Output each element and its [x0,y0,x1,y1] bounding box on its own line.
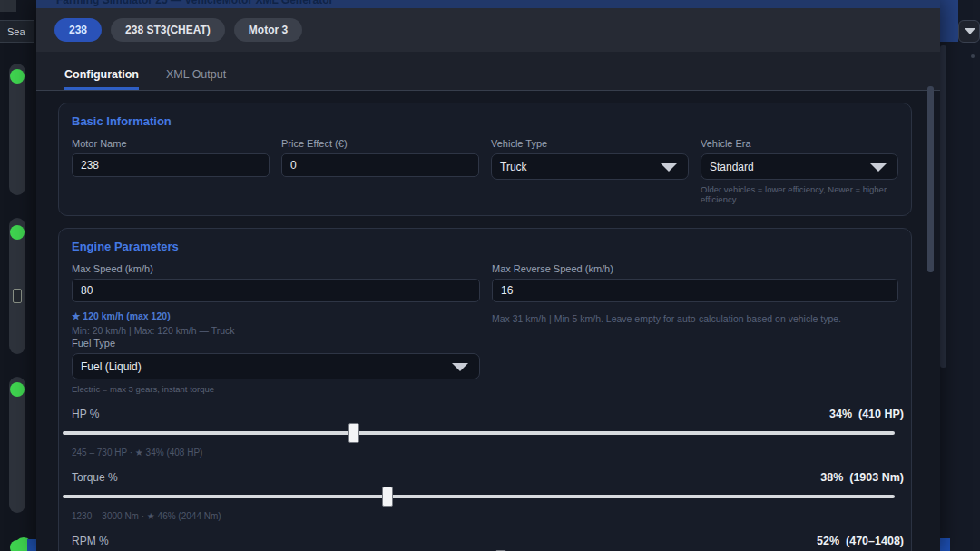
chevron-down-icon [870,163,887,172]
vehicle-type-value: Truck [500,161,527,173]
fuel-type-select[interactable]: Fuel (Liquid) [72,353,480,379]
vehicle-era-hint: Older vehicles = lower efficiency, Newer… [701,184,898,204]
engine-parameters-card: Engine Parameters Max Speed (km/h) ★ 120… [58,228,912,551]
vehicle-era-value: Standard [710,161,754,173]
max-speed-label: Max Speed (km/h) [72,263,480,274]
torque-slider-block: Torque % 38% (1903 Nm) 1230 – 3000 Nm · … [72,471,898,521]
vehicle-type-group: Vehicle Type Truck [491,138,689,204]
torque-slider-track [63,495,895,498]
dialog-titlebar: Farming Simulator 25 — VehicleMotor XML … [36,0,940,8]
max-reverse-field[interactable] [492,279,898,302]
background-list-item [9,377,25,513]
tab-xml-output[interactable]: XML Output [166,68,226,90]
max-speed-range-hint: Min: 20 km/h | Max: 120 km/h — Truck [72,325,480,336]
vehicle-type-label: Vehicle Type [491,138,689,149]
hp-slider-label: HP % [72,408,99,420]
background-dot [971,54,975,58]
view-tabs-row: Configuration XML Output [36,52,940,91]
max-speed-star-hint: ★ 120 km/h (max 120) [72,310,480,321]
fuel-type-label: Fuel Type [72,338,480,349]
background-blue-shape [940,538,950,551]
price-effect-group: Price Effect (€) [281,138,479,204]
motor-tab-238-st3-cheat[interactable]: 238 ST3(CHEAT) [111,18,225,42]
torque-slider-value: 38% (1903 Nm) [820,471,904,484]
background-page-right [940,0,980,551]
page-scrollbar-thumb[interactable] [940,45,946,368]
max-speed-group: Max Speed (km/h) ★ 120 km/h (max 120) Mi… [72,263,480,394]
status-dot-green-icon [10,225,24,240]
section-title-basic-information: Basic Information [72,114,898,128]
background-page-left: Sea [0,0,36,551]
motor-name-label: Motor Name [72,138,270,149]
screen: Sea Farming Simulator 25 — VehicleMotor … [0,0,980,551]
configuration-panel: Basic Information Motor Name Price Effec… [36,91,940,551]
vehicle-era-select[interactable]: Standard [701,153,898,180]
hp-slider-value: 34% (410 HP) [829,408,904,420]
max-speed-field[interactable] [72,279,480,302]
xml-generator-dialog: Farming Simulator 25 — VehicleMotor XML … [36,0,940,551]
dialog-scrollbar-thumb[interactable] [927,86,934,272]
torque-slider[interactable] [63,487,895,507]
rpm-slider-value: 52% (470–1408) [817,535,904,547]
hp-slider-block: HP % 34% (410 HP) 245 – 730 HP · ★ 34% (… [72,408,898,458]
price-effect-label: Price Effect (€) [281,138,479,149]
motor-tab-238[interactable]: 238 [54,18,102,42]
status-dot-green-icon [10,382,24,397]
background-mini-icon [13,289,22,303]
fuel-type-hint: Electric = max 3 gears, instant torque [72,384,480,394]
max-reverse-group: Max Reverse Speed (km/h) Max 31 km/h | M… [492,263,898,394]
background-header-fragment [940,0,958,42]
motor-tabs-row: 238 238 ST3(CHEAT) Motor 3 [36,8,940,52]
background-dropdown-button[interactable] [958,20,980,43]
chevron-down-icon [661,163,677,172]
vehicle-type-select[interactable]: Truck [491,153,689,180]
background-corner-element [0,0,16,12]
hp-slider[interactable] [63,423,895,443]
rpm-slider-block: RPM % 52% (470–1408) 550 – 2200 RPM · ★ … [72,535,898,551]
vehicle-era-label: Vehicle Era [701,138,898,149]
tab-configuration[interactable]: Configuration [64,68,139,90]
max-reverse-hint: Max 31 km/h | Min 5 km/h. Leave empty fo… [492,313,898,324]
price-effect-field[interactable] [281,153,479,177]
rpm-slider-label: RPM % [72,535,109,547]
fuel-type-value: Fuel (Liquid) [81,360,142,373]
dialog-title: Farming Simulator 25 — VehicleMotor XML … [56,0,333,6]
max-reverse-label: Max Reverse Speed (km/h) [492,263,898,274]
torque-slider-hint: 1230 – 3000 Nm · ★ 46% (2044 Nm) [72,511,898,521]
motor-tab-motor-3[interactable]: Motor 3 [234,18,302,42]
motor-name-field[interactable] [72,153,270,177]
torque-slider-label: Torque % [72,471,118,484]
background-search-input[interactable]: Sea [0,20,34,43]
torque-slider-handle[interactable] [382,487,393,507]
motor-name-group: Motor Name [72,138,270,204]
section-title-engine-parameters: Engine Parameters [72,240,898,253]
chevron-down-icon [965,28,975,34]
hp-slider-track [63,431,895,435]
chevron-down-icon [452,363,468,371]
status-dot-green-icon [10,69,24,84]
hp-slider-hint: 245 – 730 HP · ★ 34% (408 HP) [72,448,898,458]
basic-information-card: Basic Information Motor Name Price Effec… [58,103,912,216]
hp-slider-handle[interactable] [348,423,359,443]
vehicle-era-group: Vehicle Era Standard Older vehicles = lo… [701,138,898,204]
